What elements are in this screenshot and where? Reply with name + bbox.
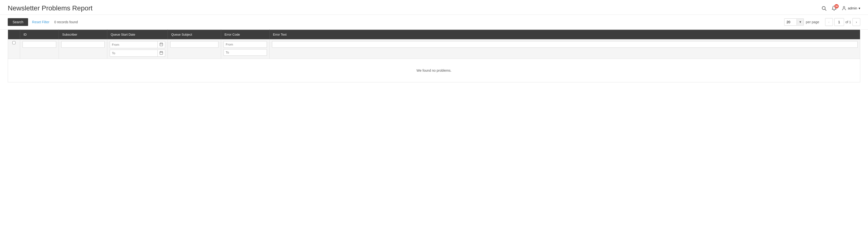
table-container: ID Subscriber Queue Start Date Queue Sub… [0,30,868,82]
user-name-label: admin [848,6,857,10]
calendar-icon [159,51,163,55]
search-button[interactable]: Search [8,18,28,26]
filter-checkbox-cell [8,39,20,59]
date-from-wrapper [110,41,165,48]
user-icon [842,6,846,11]
filter-error-code-to-input[interactable] [223,49,267,56]
filter-queue-subject-cell [168,39,221,59]
per-page-dropdown-btn[interactable]: ▼ [797,19,804,25]
filter-id-cell [20,39,59,59]
user-menu-button[interactable]: admin ▾ [842,6,860,11]
current-page-input[interactable] [834,18,844,26]
filter-error-code-from-input[interactable] [223,41,267,48]
next-page-button[interactable]: › [852,18,860,26]
date-to-wrapper [110,50,165,57]
calendar-from-button[interactable] [157,41,165,48]
calendar-to-button[interactable] [157,50,165,56]
svg-rect-7 [160,52,163,55]
date-from-input[interactable] [110,42,157,48]
filter-subscriber-cell [59,39,107,59]
filter-queue-subject-input[interactable] [170,41,218,48]
no-records-message: We found no problems. [8,59,860,82]
page-title: Newsletter Problems Report [8,4,93,12]
per-page-select-wrapper: 20 50 100 ▼ [784,19,804,26]
notification-button[interactable]: 38 [831,6,837,11]
global-search-button[interactable] [821,6,827,11]
th-error-code: Error Code [221,30,270,39]
per-page-label: per page [806,20,819,24]
th-queue-start-date: Queue Start Date [107,30,168,39]
filter-error-text-input[interactable] [272,41,858,48]
filter-error-code-cell [221,39,270,59]
th-error-text: Error Text [270,30,860,39]
per-page-select[interactable]: 20 50 100 [784,19,797,25]
no-records-row: We found no problems. [8,59,860,82]
prev-page-button[interactable]: ‹ [825,18,833,26]
notification-badge: 38 [834,4,839,8]
th-subscriber: Subscriber [59,30,107,39]
filter-id-input[interactable] [23,41,56,48]
th-checkbox [8,30,20,39]
svg-rect-3 [160,43,163,46]
calendar-icon [159,42,163,46]
pagination: ‹ of 1 › [825,18,860,26]
search-icon [821,6,827,11]
svg-line-1 [825,9,826,10]
filter-subscriber-input[interactable] [61,41,104,48]
page-of-label: of 1 [845,20,851,24]
toolbar: Search Reset Filter 0 records found 20 5… [0,15,868,30]
select-all-checkbox[interactable] [12,41,16,44]
date-to-input[interactable] [110,50,157,56]
top-right-actions: 38 admin ▾ [821,6,860,11]
chevron-down-icon: ▾ [859,6,860,10]
reset-filter-button[interactable]: Reset Filter [32,20,50,24]
records-found: 0 records found [54,20,78,24]
problems-table: ID Subscriber Queue Start Date Queue Sub… [8,30,860,82]
filter-queue-start-date-cell [107,39,168,59]
top-bar: Newsletter Problems Report 38 admin ▾ [0,0,868,15]
per-page-section: 20 50 100 ▼ per page [784,19,819,26]
date-filter-group [110,41,165,57]
error-code-filter [223,41,267,56]
svg-point-2 [843,6,845,8]
filter-error-text-cell [270,39,860,59]
table-header-row: ID Subscriber Queue Start Date Queue Sub… [8,30,860,39]
filter-row [8,39,860,59]
th-queue-subject: Queue Subject [168,30,221,39]
th-id: ID [20,30,59,39]
